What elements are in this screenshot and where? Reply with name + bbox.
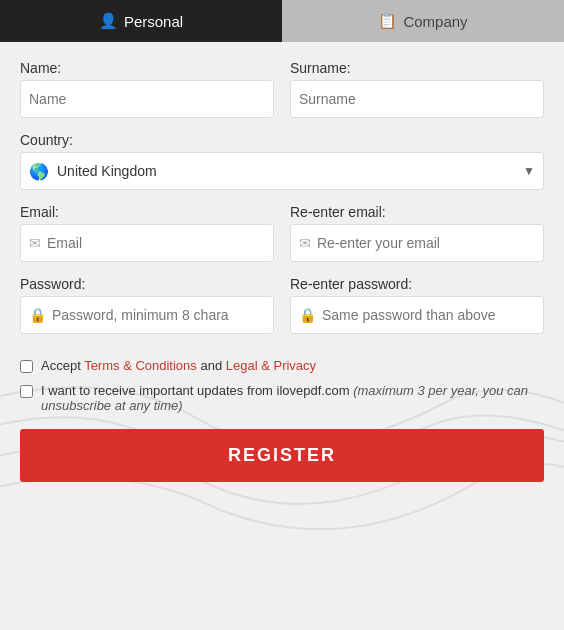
email-row: Email: ✉ Re-enter email: ✉ (20, 204, 544, 262)
name-label: Name: (20, 60, 274, 76)
lock-icon: 🔒 (29, 307, 46, 323)
registration-form: Name: Surname: Country: 🌎 (0, 42, 564, 358)
country-label: Country: (20, 132, 544, 148)
reenter-password-input-wrapper: 🔒 (290, 296, 544, 334)
terms-text: Accept Terms & Conditions and Legal & Pr… (41, 358, 316, 373)
reenter-email-input-wrapper: ✉ (290, 224, 544, 262)
name-group: Name: (20, 60, 274, 118)
country-select[interactable]: United Kingdom United States Germany Fra… (57, 163, 519, 179)
password-row: Password: 🔒 Re-enter password: 🔒 (20, 276, 544, 334)
email-group: Email: ✉ (20, 204, 274, 262)
account-type-tabs: 👤 Personal 📋 Company (0, 0, 564, 42)
tab-personal-label: Personal (124, 13, 183, 30)
name-input[interactable] (29, 91, 265, 107)
surname-input[interactable] (299, 91, 535, 107)
surname-input-wrapper (290, 80, 544, 118)
country-row: Country: 🌎 United Kingdom United States … (20, 132, 544, 190)
terms-checkbox-row: Accept Terms & Conditions and Legal & Pr… (20, 358, 544, 373)
email-label: Email: (20, 204, 274, 220)
email-icon: ✉ (29, 235, 41, 251)
reenter-password-label: Re-enter password: (290, 276, 544, 292)
updates-main-text: I want to receive important updates from… (41, 383, 353, 398)
terms-conditions-link[interactable]: Terms & Conditions (84, 358, 197, 373)
email-input-wrapper: ✉ (20, 224, 274, 262)
password-input[interactable] (52, 307, 265, 323)
name-surname-row: Name: Surname: (20, 60, 544, 118)
globe-icon: 🌎 (29, 162, 49, 181)
password-group: Password: 🔒 (20, 276, 274, 334)
chevron-down-icon: ▼ (523, 164, 535, 178)
legal-privacy-link[interactable]: Legal & Privacy (226, 358, 316, 373)
country-select-wrapper: 🌎 United Kingdom United States Germany F… (20, 152, 544, 190)
email-input[interactable] (47, 235, 265, 251)
terms-before-text: Accept (41, 358, 84, 373)
tab-company[interactable]: 📋 Company (282, 0, 564, 42)
password-label: Password: (20, 276, 274, 292)
registration-container: 👤 Personal 📋 Company Name: Surname: (0, 0, 564, 630)
terms-middle-text: and (197, 358, 226, 373)
reenter-email-group: Re-enter email: ✉ (290, 204, 544, 262)
updates-text: I want to receive important updates from… (41, 383, 544, 413)
surname-group: Surname: (290, 60, 544, 118)
reenter-email-icon: ✉ (299, 235, 311, 251)
surname-label: Surname: (290, 60, 544, 76)
reenter-email-label: Re-enter email: (290, 204, 544, 220)
updates-checkbox-row: I want to receive important updates from… (20, 383, 544, 413)
reenter-password-group: Re-enter password: 🔒 (290, 276, 544, 334)
reenter-lock-icon: 🔒 (299, 307, 316, 323)
company-icon: 📋 (378, 12, 397, 30)
country-group: Country: 🌎 United Kingdom United States … (20, 132, 544, 190)
updates-checkbox[interactable] (20, 385, 33, 398)
password-input-wrapper: 🔒 (20, 296, 274, 334)
tab-personal[interactable]: 👤 Personal (0, 0, 282, 42)
reenter-password-input[interactable] (322, 307, 535, 323)
register-button[interactable]: REGISTER (20, 429, 544, 482)
terms-checkbox[interactable] (20, 360, 33, 373)
reenter-email-input[interactable] (317, 235, 535, 251)
page-content: 👤 Personal 📋 Company Name: Surname: (0, 0, 564, 482)
personal-icon: 👤 (99, 12, 118, 30)
checkbox-area: Accept Terms & Conditions and Legal & Pr… (0, 358, 564, 413)
tab-company-label: Company (403, 13, 467, 30)
name-input-wrapper (20, 80, 274, 118)
